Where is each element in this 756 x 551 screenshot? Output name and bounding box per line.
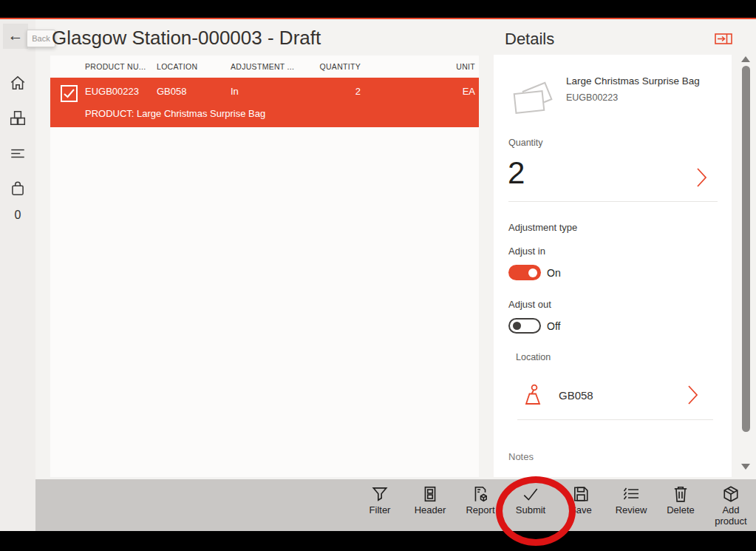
quantity-chevron-icon[interactable]: [696, 167, 708, 188]
save-icon: [572, 485, 590, 503]
column-header-product-number[interactable]: PRODUCT NU...: [85, 62, 146, 71]
details-pane-title: Details: [505, 30, 554, 49]
header-icon: [421, 485, 439, 503]
count-badge: 0: [0, 209, 35, 222]
adjustment-type-label: Adjustment type: [508, 222, 577, 233]
details-scrollbar[interactable]: [742, 66, 750, 432]
back-button[interactable]: ←: [6, 26, 25, 45]
app-surface: 0 ← Back Glasgow Station-000003 - Draft …: [0, 19, 756, 531]
adjust-out-state: Off: [547, 320, 560, 332]
adjust-out-label: Adjust out: [508, 299, 551, 310]
scrollbar-down-arrow-icon[interactable]: [741, 464, 750, 470]
sidebar: 0: [0, 19, 35, 531]
column-header-adjustment[interactable]: ADJUSTMENT ...: [231, 62, 294, 71]
package-icon: [722, 485, 740, 503]
scrollbar-up-arrow-icon[interactable]: [741, 56, 750, 62]
bag-icon[interactable]: [9, 180, 27, 197]
product-name: Large Christmas Surprise Bag: [566, 75, 700, 87]
add-product-button[interactable]: Add product: [710, 485, 752, 527]
bottom-toolbar: Filter Header Report Submit: [35, 479, 756, 531]
cell-product-description: PRODUCT: Large Christmas Surprise Bag: [85, 108, 265, 119]
row-checkbox[interactable]: [61, 85, 78, 102]
cell-product-number: EUGB00223: [85, 86, 139, 97]
filter-icon: [371, 485, 389, 503]
adjust-in-state: On: [547, 267, 561, 279]
quantity-value: 2: [508, 155, 525, 191]
divider: [517, 419, 713, 420]
journal-lines-icon[interactable]: [9, 144, 27, 162]
adjust-out-toggle[interactable]: [508, 318, 541, 334]
adjust-in-label: Adjust in: [508, 246, 545, 257]
cell-location: GB058: [157, 86, 186, 97]
page-title: Glasgow Station-000003 - Draft: [52, 27, 321, 50]
adjustment-lines-table: PRODUCT NU... LOCATION ADJUSTMENT ... QU…: [50, 55, 479, 477]
trash-icon: [672, 485, 689, 503]
filter-button[interactable]: Filter: [356, 485, 403, 515]
location-chevron-icon[interactable]: [687, 385, 699, 405]
review-list-icon: [622, 485, 640, 503]
notes-label: Notes: [508, 451, 534, 462]
location-pin-icon: [522, 383, 542, 407]
cell-unit: EA: [425, 86, 475, 97]
adjust-in-toggle[interactable]: [508, 265, 541, 280]
annotation-circle: [496, 476, 576, 546]
products-icon[interactable]: [9, 109, 27, 126]
table-row[interactable]: EUGB00223 GB058 In 2 EA PRODUCT: Large C…: [50, 78, 479, 127]
review-button[interactable]: Review: [607, 485, 655, 515]
column-header-unit[interactable]: UNIT: [425, 62, 475, 71]
app-window: 0 ← Back Glasgow Station-000003 - Draft …: [0, 0, 756, 551]
details-card: Large Christmas Surprise Bag EUGB00223 Q…: [494, 55, 732, 477]
column-header-quantity[interactable]: QUANTITY: [302, 62, 361, 71]
quantity-label: Quantity: [508, 138, 543, 148]
divider: [508, 201, 718, 202]
product-image-placeholder-icon: [514, 86, 551, 117]
cell-adjustment-type: In: [231, 86, 239, 97]
location-value: GB058: [559, 389, 593, 402]
report-icon: [471, 485, 489, 503]
header-button[interactable]: Header: [406, 485, 454, 515]
column-header-location[interactable]: LOCATION: [157, 62, 197, 71]
cell-quantity: 2: [302, 86, 361, 97]
home-icon[interactable]: [9, 74, 27, 92]
top-letterbox: [0, 0, 756, 18]
location-label: Location: [516, 352, 551, 362]
product-number: EUGB00223: [566, 92, 618, 103]
collapse-panel-icon[interactable]: [715, 33, 732, 44]
delete-button[interactable]: Delete: [657, 485, 704, 515]
bottom-letterbox: [0, 531, 756, 551]
